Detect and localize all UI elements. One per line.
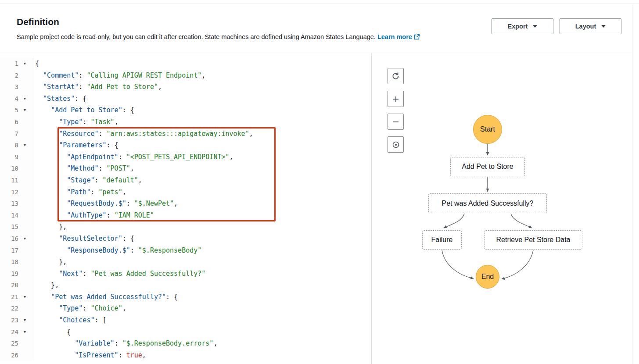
code-text: "ResultSelector": { bbox=[33, 233, 134, 245]
line-number: 3 bbox=[15, 81, 18, 93]
refresh-button[interactable] bbox=[388, 68, 404, 84]
code-text: "Path": "pets", bbox=[33, 186, 126, 198]
line-number: 12 bbox=[11, 186, 18, 198]
zoom-in-button[interactable] bbox=[388, 91, 404, 107]
card-top-border bbox=[0, 4, 639, 4]
line-gutter: 18 bbox=[0, 256, 33, 268]
code-line: 21▾ "Pet was Added Successfully?": { bbox=[0, 291, 371, 303]
line-gutter: 15 bbox=[0, 221, 33, 233]
code-line: 26 "IsPresent": true, bbox=[0, 350, 371, 361]
code-line: 10 "Method": "POST", bbox=[0, 163, 371, 175]
line-gutter: 3 bbox=[0, 81, 33, 93]
export-button[interactable]: Export bbox=[492, 18, 553, 34]
line-gutter: 14 bbox=[0, 210, 33, 221]
node-add-pet-to-store[interactable]: Add Pet to Store bbox=[450, 157, 525, 176]
line-gutter: 16▾ bbox=[0, 233, 33, 245]
fold-toggle-icon[interactable]: ▾ bbox=[18, 104, 26, 116]
plus-icon bbox=[392, 95, 400, 103]
code-text: "Type": "Task", bbox=[33, 116, 118, 128]
line-gutter: 19 bbox=[0, 268, 33, 280]
code-line: 17 "ResponseBody.$": "$.ResponseBody" bbox=[0, 245, 371, 257]
description-body: Sample project code is read-only, but yo… bbox=[17, 33, 376, 40]
node-start[interactable]: Start bbox=[473, 115, 502, 144]
node-failure[interactable]: Failure bbox=[422, 230, 462, 250]
line-gutter: 26 bbox=[0, 350, 33, 361]
node-pet-was-added-successfully[interactable]: Pet was Added Successfully? bbox=[428, 193, 547, 213]
line-gutter: 6 bbox=[0, 116, 33, 128]
line-gutter: 4▾ bbox=[0, 93, 33, 105]
line-number: 4 bbox=[15, 93, 18, 105]
code-line: 1▾{ bbox=[0, 58, 371, 70]
code-line: 22 "Type": "Choice", bbox=[0, 303, 371, 314]
external-link-icon bbox=[414, 34, 420, 40]
workflow-diagram-panel: Start Add Pet to Store Pet was Added Suc… bbox=[372, 53, 632, 364]
code-text: "Parameters": { bbox=[33, 139, 118, 151]
refresh-icon bbox=[391, 72, 400, 80]
code-text: "StartAt": "Add Pet to Store", bbox=[33, 81, 162, 93]
code-line: 11 "Stage": "default", bbox=[0, 175, 371, 186]
code-line: 24▾ { bbox=[0, 326, 371, 338]
fold-toggle-icon[interactable]: ▾ bbox=[18, 93, 26, 105]
line-number: 17 bbox=[11, 245, 18, 257]
layout-button-label: Layout bbox=[575, 23, 596, 30]
code-text: { bbox=[33, 58, 39, 70]
line-number: 6 bbox=[15, 116, 18, 128]
fold-toggle-icon[interactable]: ▾ bbox=[18, 326, 26, 338]
line-number: 19 bbox=[11, 268, 18, 280]
definition-page: Definition Sample project code is read-o… bbox=[0, 0, 639, 364]
code-text: "Add Pet to Store": { bbox=[33, 104, 134, 116]
code-text: "RequestBody.$": "$.NewPet", bbox=[33, 198, 178, 210]
fold-toggle-icon[interactable]: ▾ bbox=[18, 233, 26, 245]
code-line: 25 "Variable": "$.ResponseBody.errors", bbox=[0, 338, 371, 350]
edge-retrieve-to-end bbox=[502, 250, 533, 279]
line-gutter: 13 bbox=[0, 198, 33, 210]
line-number: 7 bbox=[15, 128, 18, 140]
line-gutter: 11 bbox=[0, 175, 33, 186]
edge-choice-to-failure bbox=[444, 214, 464, 228]
line-gutter: 10 bbox=[0, 163, 33, 175]
line-gutter: 21▾ bbox=[0, 291, 33, 303]
line-number: 14 bbox=[11, 210, 18, 221]
line-gutter: 9 bbox=[0, 151, 33, 163]
code-text: "Type": "Choice", bbox=[33, 303, 126, 314]
line-number: 10 bbox=[11, 163, 18, 175]
code-text: }, bbox=[33, 279, 59, 291]
center-view-button[interactable] bbox=[388, 136, 404, 153]
code-line: 6 "Type": "Task", bbox=[0, 116, 371, 128]
line-number: 5 bbox=[15, 104, 18, 116]
code-line: 18 }, bbox=[0, 256, 371, 268]
line-number: 1 bbox=[15, 58, 18, 70]
line-gutter: 22 bbox=[0, 303, 33, 314]
zoom-out-button[interactable] bbox=[388, 114, 404, 130]
code-text: "Variable": "$.ResponseBody.errors", bbox=[33, 338, 217, 350]
code-text: { bbox=[33, 326, 71, 338]
line-number: 20 bbox=[11, 279, 18, 291]
line-number: 13 bbox=[11, 198, 18, 210]
edge-choice-to-retrieve bbox=[511, 214, 532, 228]
code-text: "Choices": [ bbox=[33, 314, 107, 326]
code-text: "Method": "POST", bbox=[33, 163, 134, 175]
code-editor[interactable]: 1▾{2 "Comment": "Calling APIGW REST Endp… bbox=[0, 53, 371, 364]
line-number: 24 bbox=[11, 326, 18, 338]
code-line: 20 }, bbox=[0, 279, 371, 291]
node-end[interactable]: End bbox=[476, 265, 499, 289]
code-line: 13 "RequestBody.$": "$.NewPet", bbox=[0, 198, 371, 210]
fold-toggle-icon[interactable]: ▾ bbox=[18, 291, 26, 303]
layout-button[interactable]: Layout bbox=[560, 18, 621, 34]
code-line: 23▾ "Choices": [ bbox=[0, 314, 371, 326]
fold-toggle-icon[interactable]: ▾ bbox=[18, 58, 26, 70]
fold-toggle-icon[interactable]: ▾ bbox=[18, 139, 26, 151]
code-line: 3 "StartAt": "Add Pet to Store", bbox=[0, 81, 371, 93]
learn-more-link[interactable]: Learn more bbox=[377, 33, 420, 40]
line-gutter: 5▾ bbox=[0, 104, 33, 116]
line-number: 21 bbox=[11, 291, 18, 303]
code-text: "IsPresent": true, bbox=[33, 350, 146, 361]
fold-toggle-icon[interactable]: ▾ bbox=[18, 314, 26, 326]
code-line: 9 "ApiEndpoint": "<POST_PETS_API_ENDPOIN… bbox=[0, 151, 371, 163]
code-text: "ApiEndpoint": "<POST_PETS_API_ENDPOINT>… bbox=[33, 151, 233, 163]
code-line: 16▾ "ResultSelector": { bbox=[0, 233, 371, 245]
line-gutter: 2 bbox=[0, 70, 33, 82]
node-retrieve-pet-store-data[interactable]: Retrieve Pet Store Data bbox=[484, 230, 582, 250]
minus-icon bbox=[392, 118, 400, 126]
line-number: 11 bbox=[11, 175, 18, 186]
